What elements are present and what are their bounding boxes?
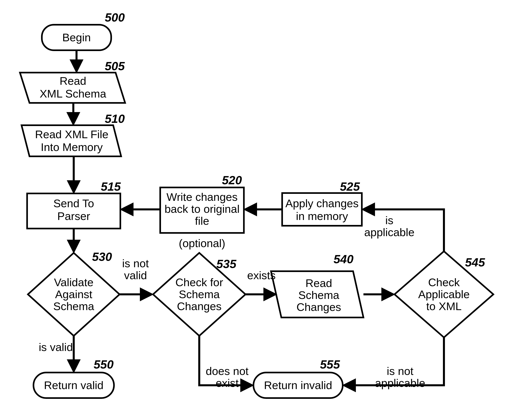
edge-label-dne-1: does not (206, 365, 249, 377)
ret-invalid-label: Return invalid (264, 379, 332, 392)
node-apply-changes: Apply changes in memory 525 (282, 180, 362, 226)
write-label-3: file (195, 215, 209, 227)
edge-label-is-not-1: is not (122, 257, 149, 270)
read-label-1: Read (60, 75, 86, 87)
node-return-invalid: Return invalid 555 (253, 358, 343, 398)
ref-520: 520 (222, 174, 242, 187)
readsc-label-2: Schema (298, 289, 339, 301)
apply-label-1: Apply changes (285, 197, 359, 210)
node-check-applicable: Check Applicable to XML 545 (395, 251, 493, 337)
write-sub: (optional) (179, 237, 225, 249)
read-label-2: XML Schema (40, 87, 106, 100)
edge-label-napp-1: is not (387, 365, 413, 377)
apply-label-2: in memory (296, 210, 348, 222)
edge-label-is-valid: is valid (39, 341, 73, 353)
ref-535: 535 (216, 257, 237, 271)
ref-530: 530 (92, 250, 112, 263)
node-validate: Validate Against Schema 530 (28, 250, 120, 336)
checkapp-label-3: to XML (426, 300, 461, 313)
begin-label: Begin (62, 31, 91, 44)
ref-550: 550 (94, 358, 114, 371)
edge-label-napp-2: applicable (375, 377, 425, 389)
node-write-changes: Write changes back to original file (opt… (160, 174, 244, 249)
send-label-1: Send To (53, 197, 94, 210)
ref-555: 555 (320, 358, 340, 371)
edge-label-dne-2: exist (216, 377, 239, 389)
checkapp-label-1: Check (428, 276, 460, 289)
node-check-schema-changes: Check for Schema Changes 535 (153, 253, 246, 336)
validate-label-2: Against (55, 288, 93, 301)
ref-500: 500 (105, 11, 125, 24)
write-label-1: Write changes (167, 191, 238, 203)
validate-label-3: Schema (53, 300, 94, 313)
checksc-label-1: Check for (175, 276, 223, 289)
node-read-schema: Read XML Schema 505 (20, 59, 125, 103)
edge-label-is-not-2: valid (124, 269, 147, 282)
ref-515: 515 (101, 180, 121, 193)
edge-label-app-2: applicable (364, 226, 414, 238)
checksc-label-2: Schema (179, 288, 220, 301)
edge-label-app-1: is (385, 214, 393, 227)
node-read-schema-changes: Read Schema Changes 540 (271, 252, 363, 317)
readfile-label-1: Read XML File (35, 128, 108, 141)
ref-510: 510 (105, 112, 125, 125)
ref-545: 545 (465, 256, 485, 269)
validate-label-1: Validate (54, 276, 94, 289)
edge-label-exists: exists (247, 269, 276, 282)
write-label-2: back to original (165, 203, 240, 215)
ref-525: 525 (340, 180, 360, 193)
flowchart: Begin 500 Read XML Schema 505 Read XML F… (0, 0, 532, 414)
ref-540: 540 (333, 252, 353, 266)
readsc-label-1: Read (305, 277, 332, 289)
ret-valid-label: Return valid (44, 379, 104, 392)
node-begin: Begin 500 (42, 11, 125, 50)
ref-505: 505 (105, 59, 125, 73)
readsc-label-3: Changes (296, 301, 341, 313)
checkapp-label-2: Applicable (418, 288, 470, 301)
readfile-label-2: Into Memory (41, 141, 103, 153)
send-label-2: Parser (57, 210, 90, 222)
checksc-label-3: Changes (177, 300, 222, 313)
